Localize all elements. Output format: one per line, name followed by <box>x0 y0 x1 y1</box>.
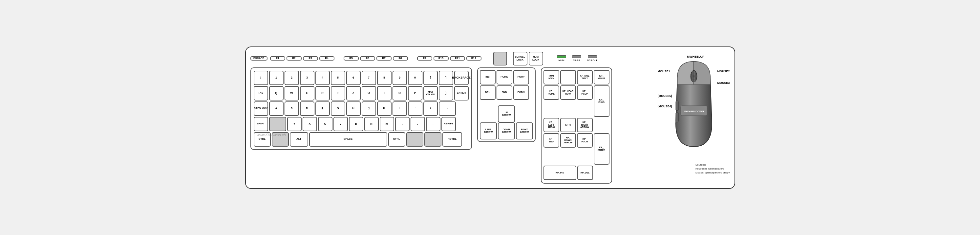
key-rctrl-gray[interactable] <box>424 132 441 147</box>
key-f6[interactable]: F6 <box>360 56 375 61</box>
key-tab[interactable]: TAB <box>254 86 268 101</box>
key-f5[interactable]: F5 <box>344 56 359 61</box>
key-f9[interactable]: F9 <box>417 56 432 61</box>
key-rctrl[interactable]: RCTRL <box>442 132 462 147</box>
key-comma[interactable]: , <box>395 117 410 131</box>
key-t[interactable]: T <box>331 86 345 101</box>
key-kp-plus[interactable]: KP_ PLUS <box>594 85 609 117</box>
key-7[interactable]: 7 <box>362 71 376 85</box>
key-f1[interactable]: F1 <box>270 56 285 61</box>
key-5[interactable]: 5 <box>331 71 345 85</box>
key-kp-end[interactable]: KP_ END <box>544 133 559 148</box>
key-minus[interactable]: - <box>426 117 441 131</box>
key-v[interactable]: V <box>333 117 348 131</box>
key-y[interactable]: Y <box>287 117 302 131</box>
key-r[interactable]: R <box>315 86 330 101</box>
key-period[interactable]: . <box>410 117 425 131</box>
key-k[interactable]: K <box>377 101 391 116</box>
key-numpad-minus[interactable]: – <box>560 70 576 84</box>
key-slash[interactable]: / <box>254 71 268 85</box>
key-bracket-r-num[interactable]: ] <box>439 71 453 85</box>
key-p[interactable]: P <box>408 86 422 101</box>
key-a[interactable]: A <box>269 101 283 116</box>
key-capslock[interactable]: CAPSLOCK <box>254 101 268 116</box>
key-left-arrow[interactable]: LEFT ARROW <box>480 122 497 139</box>
key-kp-left[interactable]: KP_ LEFT AROW <box>544 118 559 132</box>
key-q[interactable]: Q <box>269 86 283 101</box>
key-space[interactable]: SPACE <box>309 132 387 147</box>
key-kp-uparrow[interactable]: KP_UPÄR ROW <box>560 85 576 100</box>
key-up-arrow[interactable]: UP ARROW <box>498 106 515 122</box>
key-shift[interactable]: SHIFT <box>254 117 268 131</box>
key-ins[interactable]: INS <box>480 70 496 84</box>
key-kp-pgup[interactable]: KP_ PGUP <box>577 85 593 100</box>
key-kp-5[interactable]: KP_5 <box>560 118 576 132</box>
key-ctrl-left[interactable]: CTRL <box>254 132 271 147</box>
key-backslash[interactable]: \ <box>423 101 438 116</box>
key-j[interactable]: J <box>362 101 376 116</box>
key-2[interactable]: 2 <box>285 71 299 85</box>
key-f11[interactable]: F11 <box>450 56 465 61</box>
key-f12[interactable]: F12 <box>466 56 482 61</box>
key-f2[interactable]: F2 <box>286 56 302 61</box>
key-rshift[interactable]: RSHIFT <box>441 117 456 131</box>
key-bracket-r2[interactable]: ] <box>439 86 453 101</box>
key-1[interactable]: 1 <box>269 71 283 85</box>
key-backspace[interactable]: BACKSPACE <box>454 71 469 85</box>
key-alt[interactable]: ALT <box>290 132 308 147</box>
key-kp-del[interactable]: KP_DEL <box>577 166 593 180</box>
key-pgdn[interactable]: PGDN <box>513 85 529 100</box>
key-kp-ins[interactable]: KP_INS <box>544 166 576 180</box>
key-ctrl-gray[interactable] <box>272 132 289 147</box>
key-kp-pgdn[interactable]: KP_ PGDN <box>577 133 593 148</box>
key-kp-home[interactable]: KP_ HOME <box>544 85 559 100</box>
key-quote[interactable]: ' <box>408 101 422 116</box>
key-home[interactable]: HOME <box>496 70 512 84</box>
key-m[interactable]: M <box>380 117 394 131</box>
key-end[interactable]: END <box>496 85 512 100</box>
key-i[interactable]: I <box>377 86 391 101</box>
key-ctrl-right[interactable]: CTRL <box>388 132 405 147</box>
key-e[interactable]: E <box>300 86 314 101</box>
key-pgup[interactable]: PGUP <box>513 70 529 84</box>
key-bracket-l[interactable]: [ <box>423 71 438 85</box>
key-x[interactable]: X <box>302 117 317 131</box>
key-prtscr-gray[interactable] <box>493 52 507 65</box>
key-z[interactable]: Z <box>346 86 361 101</box>
key-kp-enter[interactable]: KP_ ENTER <box>594 133 609 165</box>
key-n[interactable]: N <box>364 117 379 131</box>
key-d[interactable]: D <box>300 101 314 116</box>
key-escape[interactable]: ESCAPE <box>250 56 267 60</box>
key-kp-mul[interactable]: KP_MUL TIPLY <box>577 70 593 84</box>
key-w[interactable]: W <box>285 86 299 101</box>
key-del[interactable]: DEL <box>480 85 496 100</box>
key-semicolon[interactable]: SEMI COLON <box>423 86 438 101</box>
key-f7[interactable]: F7 <box>377 56 391 61</box>
key-u[interactable]: U <box>362 86 376 101</box>
key-kp-minus[interactable]: KP_ MINUS <box>594 70 609 84</box>
key-scroll-lock[interactable]: SCROLL LOCK <box>513 52 527 65</box>
key-b[interactable]: B <box>349 117 363 131</box>
key-l[interactable]: L <box>393 101 407 116</box>
key-3[interactable]: 3 <box>300 71 314 85</box>
key-f[interactable]: F <box>315 101 330 116</box>
key-right-arrow[interactable]: RIGHT ARROW <box>516 122 533 139</box>
key-num-lock-fn[interactable]: NUM LOCK <box>529 52 543 65</box>
key-f10[interactable]: F10 <box>434 56 449 61</box>
key-numlock[interactable]: NUM LOCK <box>544 70 559 84</box>
key-ctrl2-gray[interactable] <box>406 132 423 147</box>
key-shift-gray[interactable] <box>269 117 286 131</box>
key-s[interactable]: S <box>285 101 299 116</box>
key-f4[interactable]: F4 <box>319 56 334 61</box>
key-h[interactable]: H <box>346 101 361 116</box>
key-f8[interactable]: F8 <box>393 56 408 61</box>
key-6[interactable]: 6 <box>346 71 361 85</box>
key-o[interactable]: O <box>393 86 407 101</box>
key-0[interactable]: 0 <box>408 71 422 85</box>
key-g[interactable]: G <box>331 101 345 116</box>
key-kp-down[interactable]: KP_ DOWN ARROW <box>560 133 576 148</box>
key-kp-right[interactable]: KP_ RIGHT ARROW <box>577 118 593 132</box>
key-8[interactable]: 8 <box>377 71 391 85</box>
key-enter[interactable]: ENTER <box>454 86 469 101</box>
key-backslash2[interactable]: \ <box>439 101 456 116</box>
